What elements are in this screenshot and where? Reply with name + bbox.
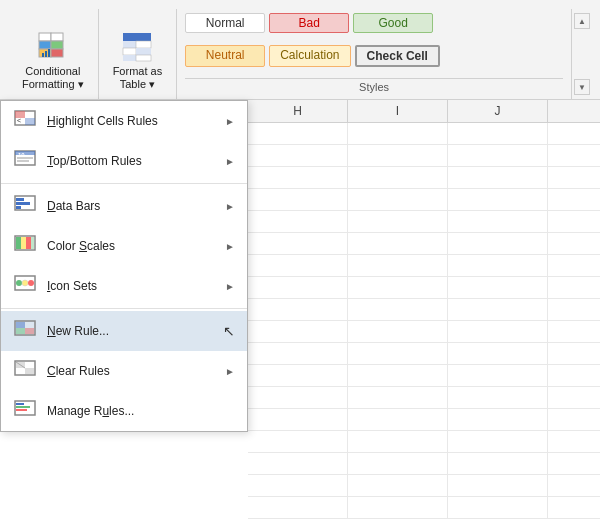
grid-cell[interactable]	[348, 123, 448, 145]
grid-rows	[248, 123, 600, 519]
grid-row[interactable]	[248, 409, 600, 431]
scroll-down-button[interactable]: ▼	[574, 79, 590, 95]
grid-cell[interactable]	[248, 321, 348, 343]
grid-cell[interactable]	[248, 277, 348, 299]
grid-row[interactable]	[248, 145, 600, 167]
menu-item-data-bars[interactable]: Data Bars ►	[1, 186, 247, 226]
grid-cell[interactable]	[348, 189, 448, 211]
grid-cell[interactable]	[448, 409, 548, 431]
grid-row[interactable]	[248, 167, 600, 189]
grid-cell[interactable]	[248, 145, 348, 167]
grid-row[interactable]	[248, 255, 600, 277]
grid-cell[interactable]	[248, 255, 348, 277]
menu-item-clear-rules[interactable]: Clear Rules ►	[1, 351, 247, 391]
grid-cell[interactable]	[348, 167, 448, 189]
grid-row[interactable]	[248, 321, 600, 343]
calculation-style[interactable]: Calculation	[269, 45, 350, 67]
grid-cell[interactable]	[348, 497, 448, 519]
svg-rect-28	[16, 206, 21, 209]
menu-item-highlight-cells-rules[interactable]: < Highlight Cells Rules ►	[1, 101, 247, 141]
grid-row[interactable]	[248, 343, 600, 365]
grid-cell[interactable]	[248, 343, 348, 365]
grid-cell[interactable]	[248, 167, 348, 189]
grid-cell[interactable]	[448, 167, 548, 189]
grid-cell[interactable]	[448, 321, 548, 343]
grid-cell[interactable]	[448, 123, 548, 145]
grid-cell[interactable]	[348, 211, 448, 233]
svg-rect-7	[45, 51, 47, 57]
grid-row[interactable]	[248, 277, 600, 299]
svg-rect-23	[17, 157, 33, 159]
grid-row[interactable]	[248, 123, 600, 145]
grid-cell[interactable]	[248, 123, 348, 145]
svg-rect-9	[123, 33, 151, 41]
menu-item-top-bottom-rules[interactable]: 10 Top/Bottom Rules ►	[1, 141, 247, 181]
grid-cell[interactable]	[348, 145, 448, 167]
grid-cell[interactable]	[448, 211, 548, 233]
format-as-table-button[interactable]: Format asTable ▾	[107, 27, 169, 95]
grid-cell[interactable]	[348, 475, 448, 497]
grid-cell[interactable]	[248, 387, 348, 409]
menu-item-color-scales[interactable]: Color Scales ►	[1, 226, 247, 266]
highlight-cells-rules-arrow: ►	[225, 116, 235, 127]
grid-cell[interactable]	[248, 431, 348, 453]
grid-header-row: H I J	[248, 100, 600, 123]
grid-cell[interactable]	[348, 277, 448, 299]
grid-cell[interactable]	[248, 189, 348, 211]
highlight-cells-rules-label: Highlight Cells Rules	[47, 114, 221, 128]
grid-row[interactable]	[248, 387, 600, 409]
grid-cell[interactable]	[348, 299, 448, 321]
grid-cell[interactable]	[248, 365, 348, 387]
grid-row[interactable]	[248, 497, 600, 519]
grid-cell[interactable]	[348, 343, 448, 365]
grid-cell[interactable]	[448, 145, 548, 167]
grid-cell[interactable]	[448, 453, 548, 475]
grid-cell[interactable]	[248, 453, 348, 475]
grid-cell[interactable]	[448, 475, 548, 497]
grid-cell[interactable]	[448, 299, 548, 321]
grid-row[interactable]	[248, 233, 600, 255]
grid-cell[interactable]	[448, 189, 548, 211]
menu-item-manage-rules[interactable]: Manage Rules...	[1, 391, 247, 431]
grid-cell[interactable]	[248, 299, 348, 321]
grid-row[interactable]	[248, 365, 600, 387]
grid-cell[interactable]	[448, 277, 548, 299]
grid-row[interactable]	[248, 453, 600, 475]
grid-cell[interactable]	[448, 497, 548, 519]
grid-cell[interactable]	[348, 321, 448, 343]
styles-section: Normal Bad Good Neutral Calculation Chec…	[177, 9, 571, 99]
grid-cell[interactable]	[348, 453, 448, 475]
grid-row[interactable]	[248, 189, 600, 211]
grid-cell[interactable]	[448, 431, 548, 453]
bad-style[interactable]: Bad	[269, 13, 349, 33]
grid-cell[interactable]	[348, 255, 448, 277]
dropdown-menu: < Highlight Cells Rules ► 10 Top/Bottom …	[0, 100, 248, 432]
grid-cell[interactable]	[348, 387, 448, 409]
grid-row[interactable]	[248, 211, 600, 233]
grid-cell[interactable]	[448, 365, 548, 387]
grid-row[interactable]	[248, 475, 600, 497]
grid-row[interactable]	[248, 431, 600, 453]
grid-cell[interactable]	[448, 233, 548, 255]
grid-cell[interactable]	[348, 233, 448, 255]
good-style[interactable]: Good	[353, 13, 433, 33]
grid-cell[interactable]	[348, 365, 448, 387]
grid-cell[interactable]	[348, 409, 448, 431]
menu-item-icon-sets[interactable]: Icon Sets ►	[1, 266, 247, 306]
neutral-style[interactable]: Neutral	[185, 45, 265, 67]
menu-item-new-rule[interactable]: New Rule... ↖	[1, 311, 247, 351]
grid-cell[interactable]	[248, 211, 348, 233]
grid-cell[interactable]	[348, 431, 448, 453]
grid-cell[interactable]	[248, 233, 348, 255]
grid-cell[interactable]	[448, 387, 548, 409]
grid-cell[interactable]	[448, 255, 548, 277]
grid-cell[interactable]	[248, 475, 348, 497]
grid-cell[interactable]	[448, 343, 548, 365]
grid-row[interactable]	[248, 299, 600, 321]
conditional-formatting-button[interactable]: ConditionalFormatting ▾	[16, 27, 90, 95]
grid-cell[interactable]	[248, 497, 348, 519]
scroll-up-button[interactable]: ▲	[574, 13, 590, 29]
grid-cell[interactable]	[248, 409, 348, 431]
check-cell-style[interactable]: Check Cell	[355, 45, 440, 67]
normal-style[interactable]: Normal	[185, 13, 265, 33]
